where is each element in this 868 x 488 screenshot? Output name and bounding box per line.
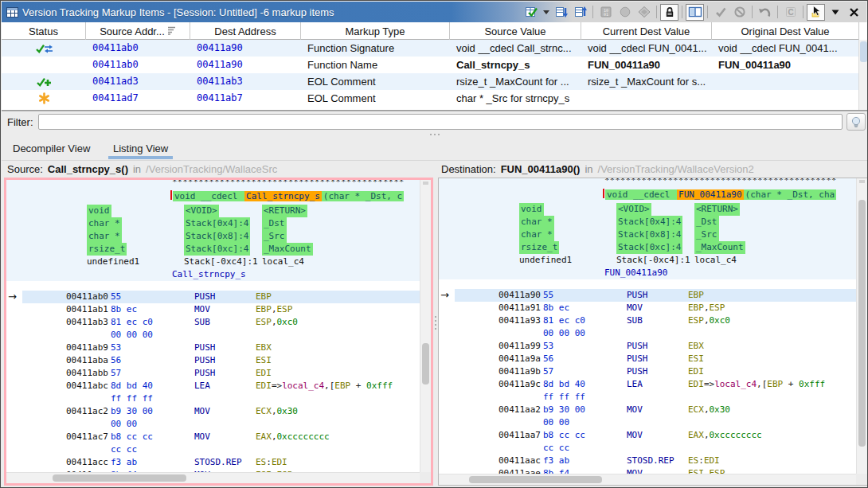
listing-horizontal-scrollbar[interactable] [439,474,856,485]
scrollbar-thumb[interactable] [469,476,602,483]
table-move-up-icon[interactable] [571,4,589,21]
svg-text:C: C [788,8,793,17]
toolbar-separator [656,6,657,18]
reject-block-icon[interactable] [730,4,749,21]
listing-line[interactable]: ff ff ff [439,391,856,404]
scrollbar-thumb[interactable] [860,41,867,62]
filter-input[interactable] [38,114,843,130]
tab-decompiler-view[interactable]: Decompiler View [3,137,100,160]
listing-line[interactable]: 00 00 00 [6,329,420,342]
listing-line[interactable]: 00411abc8d bd 40LEAEDI=>local_c4,[EBP + … [6,380,420,392]
listing-line[interactable]: 00 00 [6,418,420,431]
listing-line[interactable]: ****************************************… [6,180,420,189]
listing-line[interactable]: void __cdecl Call_strncpy_s(char * _Dst,… [6,190,420,203]
listing-line[interactable]: ff ff ff [6,392,420,405]
listing-line[interactable]: 00411ab953PUSHEBX [6,342,420,354]
listing-line[interactable]: 00411a9381 ec c0SUBESP,0xc0 [439,314,856,327]
sort-indicator-icon [167,25,176,37]
table-move-down-icon[interactable] [552,4,570,21]
destination-listing-panel[interactable]: ****************************************… [438,178,868,486]
column-header-status[interactable]: Status [2,22,86,40]
listing-line[interactable]: 00411a9953PUSHEBX [439,340,856,353]
dual-panel-view-icon[interactable] [686,4,704,21]
listing-line[interactable]: 00 00 00 [439,327,856,340]
listing-line[interactable]: FUN_00411a90 [439,267,856,279]
listing-content[interactable]: ****************************************… [6,180,420,472]
listing-line[interactable]: 00411a918b ecMOVEBP,ESP [439,302,856,314]
listing-line[interactable]: 00411aacf3 abSTOSD.REPES:EDI [439,455,856,467]
listing-line[interactable]: 00411ac2b9 30 00MOVECX,0x30 [6,405,420,418]
listing-line[interactable]: 00 00 [439,416,856,429]
apply-markup-icon[interactable] [522,4,541,21]
undo-icon[interactable] [756,4,774,21]
tab-listing-view[interactable]: Listing View [104,137,178,160]
listing-line[interactable]: cc cc [6,443,420,456]
table-row[interactable]: 00411ad300411ab3EOL Commentrsize_t _MaxC… [2,73,858,90]
table-row[interactable]: 00411ab000411a90Function NameCall_strncp… [2,57,858,73]
listing-line[interactable]: 00411aba56PUSHESI [6,354,420,367]
scrollbar-thumb[interactable] [53,474,186,482]
listing-line[interactable]: void<VOID><RETURN> [439,203,856,216]
filter-options-button[interactable] [846,113,866,131]
listing-line[interactable]: void<VOID><RETURN> [6,205,420,217]
close-icon[interactable] [845,4,863,21]
binary-compare-icon[interactable]: 1001 [596,4,615,21]
table-cell [581,90,712,107]
clear-c-icon[interactable]: C [781,4,800,21]
unapplied-icon [2,90,86,107]
listing-line[interactable]: 00411aae8b f4MOVESI,ESP [439,467,856,474]
listing-line[interactable]: 00411abb57PUSHEDI [6,367,420,380]
listing-line[interactable]: rsize_tStack[0xc]:4_MaxCount [6,243,420,256]
diamond-compare-icon[interactable] [635,4,653,21]
caret-down-icon[interactable] [826,4,844,21]
scrollbar-thumb[interactable] [858,200,866,447]
source-listing-panel[interactable]: ****************************************… [4,178,433,486]
vertical-splitter-handle[interactable] [434,316,437,332]
column-header-source-value[interactable]: Source Value [450,22,581,40]
accept-check-icon[interactable] [711,4,729,21]
listing-line[interactable]: undefined1Stack[-0xc4]:1local_c4 [439,254,856,267]
listing-line[interactable]: char *Stack[0x8]:4_Src [439,228,856,241]
listing-line[interactable]: void __cdecl FUN_00411a90(char * _Dst, c… [439,189,856,201]
listing-line[interactable]: →00411a9055PUSHEBP [439,289,856,302]
listing-content[interactable]: ****************************************… [439,178,856,474]
column-header-current-dest-value[interactable]: Current Dest Value [581,22,712,40]
listing-line[interactable]: 00411a9c8d bd 40LEAEDI=>local_c4,[EBP + … [439,378,856,391]
table-row[interactable]: 00411ab000411a90Function Signaturevoid _… [2,40,858,57]
table-vertical-scrollbar[interactable] [858,40,868,110]
listing-line[interactable]: 00411a9a56PUSHESI [439,353,856,365]
listing-line[interactable]: char *Stack[0x4]:4_Dst [6,217,420,230]
caret-down-small-icon[interactable] [542,4,551,21]
markup-items-table: StatusSource Addr...Dest AddressMarkup T… [2,22,868,111]
cursor-select-icon[interactable] [807,4,825,21]
listing-line[interactable]: rsize_tStack[0xc]:4_MaxCount [439,241,856,254]
table-cell: 00411ab3 [190,73,301,90]
listing-line[interactable]: char *Stack[0x4]:4_Dst [439,216,856,228]
column-header-markup-type[interactable]: Markup Type [301,22,450,40]
listing-line[interactable]: cc cc [439,442,856,455]
window-titlebar[interactable]: Version Tracking Markup Items - [Session… [2,2,866,22]
listing-line[interactable]: ****************************************… [439,178,856,187]
listing-line[interactable]: char *Stack[0x8]:4_Src [6,230,420,243]
listing-vertical-scrollbar[interactable] [856,178,867,474]
column-header-dest-address[interactable]: Dest Address [190,22,301,40]
circle-compare-icon[interactable] [616,4,634,21]
listing-line[interactable]: 00411accf3 abSTOSD.REPES:EDI [6,456,420,469]
listing-horizontal-scrollbar[interactable] [6,472,420,483]
listing-vertical-scrollbar[interactable] [420,180,431,472]
listing-line[interactable]: undefined1Stack[-0xc4]:1local_c4 [6,256,420,268]
listing-line[interactable]: 00411ab18b ecMOVEBP,ESP [6,303,420,316]
listing-line[interactable]: 00411ac7b8 cc ccMOVEAX,0xcccccccc [6,431,420,443]
column-header-source-addr-[interactable]: Source Addr... [86,22,190,40]
listing-line[interactable]: 00411a9b57PUSHEDI [439,365,856,378]
scrollbar-thumb[interactable] [422,343,429,385]
listing-line[interactable]: 00411aa7b8 cc ccMOVEAX,0xcccccccc [439,429,856,442]
listing-line[interactable]: →00411ab055PUSHEBP [6,291,420,303]
listing-line[interactable]: Call_strncpy_s [6,268,420,281]
lock-icon[interactable] [660,4,678,21]
listing-line[interactable]: 00411aa2b9 30 00MOVECX,0x30 [439,404,856,416]
table-row[interactable]: 00411ad700411ab7EOL Commentchar * _Src f… [2,90,858,107]
table-cell: EOL Comment [301,73,450,90]
listing-line[interactable]: 00411ab381 ec c0SUBESP,0xc0 [6,316,420,329]
column-header-original-dest-value[interactable]: Original Dest Value [712,22,859,40]
